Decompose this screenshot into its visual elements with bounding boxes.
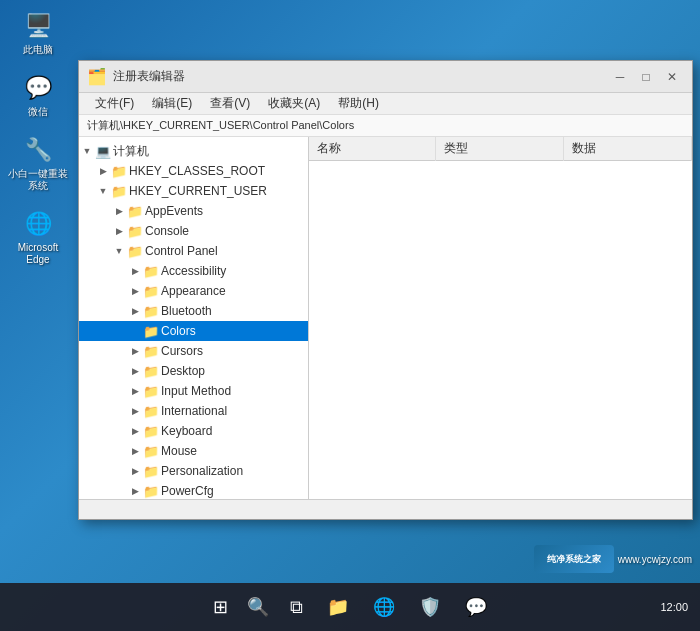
col-name[interactable]: 名称 xyxy=(309,137,435,161)
registry-table: 名称 类型 数据 xyxy=(309,137,692,161)
tree-accessibility[interactable]: ▶ 📁 Accessibility xyxy=(79,261,308,281)
edge-icon: 🌐 xyxy=(22,208,54,240)
tree-inputmethod-label: Input Method xyxy=(161,384,231,398)
col-type[interactable]: 类型 xyxy=(435,137,563,161)
expand-icon: ▶ xyxy=(127,481,143,499)
desktop: 🖥️ 此电脑 💬 微信 🔧 小白一键重装系统 🌐 Microsoft Edge … xyxy=(0,0,700,631)
tree-desktop-label: Desktop xyxy=(161,364,205,378)
col-data[interactable]: 数据 xyxy=(563,137,691,161)
tree-colors-label: Colors xyxy=(161,324,196,338)
tree-hkcu-label: HKEY_CURRENT_USER xyxy=(129,184,267,198)
folder-icon-appearance: 📁 xyxy=(143,283,159,299)
maximize-button[interactable]: □ xyxy=(634,67,658,87)
expand-icon: ▶ xyxy=(111,201,127,221)
tree-root[interactable]: ▼ 💻 计算机 xyxy=(79,141,308,161)
tree-hkcr[interactable]: ▶ 📁 HKEY_CLASSES_ROOT xyxy=(79,161,308,181)
edge-icon-label: Microsoft Edge xyxy=(8,242,68,266)
tree-hkcu[interactable]: ▼ 📁 HKEY_CURRENT_USER xyxy=(79,181,308,201)
values-panel[interactable]: 名称 类型 数据 xyxy=(309,137,692,499)
tree-cursors[interactable]: ▶ 📁 Cursors xyxy=(79,341,308,361)
expand-icon: ▶ xyxy=(127,281,143,301)
regedit-app-icon: 🗂️ xyxy=(87,67,107,86)
title-bar-controls: ─ □ ✕ xyxy=(608,67,684,87)
taskbar-edge[interactable]: 🌐 xyxy=(364,589,404,625)
tree-appearance[interactable]: ▶ 📁 Appearance xyxy=(79,281,308,301)
tree-panel[interactable]: ▼ 💻 计算机 ▶ 📁 HKEY_CLASSES_ROOT ▼ 📁 HKEY_C… xyxy=(79,137,309,499)
folder-icon-powercfg: 📁 xyxy=(143,483,159,499)
address-bar-text: 计算机\HKEY_CURRENT_USER\Control Panel\Colo… xyxy=(87,118,354,133)
tree-personalization-label: Personalization xyxy=(161,464,243,478)
folder-icon-appevents: 📁 xyxy=(127,203,143,219)
tree-powercfg[interactable]: ▶ 📁 PowerCfg xyxy=(79,481,308,499)
expand-icon: ▶ xyxy=(127,421,143,441)
taskbar-security[interactable]: 🛡️ xyxy=(410,589,450,625)
folder-icon-controlpanel: 📁 xyxy=(127,243,143,259)
desktop-icon-reinstall[interactable]: 🔧 小白一键重装系统 xyxy=(8,134,68,192)
folder-icon-bluetooth: 📁 xyxy=(143,303,159,319)
menu-file[interactable]: 文件(F) xyxy=(87,93,142,114)
tree-keyboard-label: Keyboard xyxy=(161,424,212,438)
tree-desktop[interactable]: ▶ 📁 Desktop xyxy=(79,361,308,381)
watermark-url: www.ycwjzy.com xyxy=(618,554,692,565)
task-view-button[interactable]: ⧉ xyxy=(280,591,312,623)
search-button[interactable]: 🔍 xyxy=(242,591,274,623)
menu-help[interactable]: 帮助(H) xyxy=(330,93,387,114)
folder-icon-hkcr: 📁 xyxy=(111,163,127,179)
expand-icon: ▶ xyxy=(127,261,143,281)
tree-colors[interactable]: 📁 Colors xyxy=(79,321,308,341)
expand-icon: ▶ xyxy=(127,341,143,361)
close-button[interactable]: ✕ xyxy=(660,67,684,87)
tray-time: 12:00 xyxy=(660,601,688,613)
system-tray: 12:00 xyxy=(660,601,688,613)
expand-icon: ▼ xyxy=(95,181,111,201)
folder-icon-international: 📁 xyxy=(143,403,159,419)
expand-icon: ▶ xyxy=(127,461,143,481)
desktop-icon-computer[interactable]: 🖥️ 此电脑 xyxy=(8,10,68,56)
title-bar-left: 🗂️ 注册表编辑器 xyxy=(87,67,185,86)
tree-mouse-label: Mouse xyxy=(161,444,197,458)
wechat-icon: 💬 xyxy=(22,72,54,104)
computer-tree-icon: 💻 xyxy=(95,143,111,159)
taskbar-wechat[interactable]: 💬 xyxy=(456,589,496,625)
taskbar-center: ⊞ 🔍 ⧉ 📁 🌐 🛡️ 💬 xyxy=(204,589,496,625)
expand-icon: ▶ xyxy=(127,381,143,401)
address-bar[interactable]: 计算机\HKEY_CURRENT_USER\Control Panel\Colo… xyxy=(79,115,692,137)
menu-favorites[interactable]: 收藏夹(A) xyxy=(260,93,328,114)
status-bar xyxy=(79,499,692,519)
search-icon: 🔍 xyxy=(247,596,269,618)
tree-bluetooth[interactable]: ▶ 📁 Bluetooth xyxy=(79,301,308,321)
start-icon: ⊞ xyxy=(213,596,228,618)
tree-international[interactable]: ▶ 📁 International xyxy=(79,401,308,421)
wechat-taskbar-icon: 💬 xyxy=(465,596,487,618)
tree-mouse[interactable]: ▶ 📁 Mouse xyxy=(79,441,308,461)
start-button[interactable]: ⊞ xyxy=(204,591,236,623)
desktop-icon-edge[interactable]: 🌐 Microsoft Edge xyxy=(8,208,68,266)
tree-keyboard[interactable]: ▶ 📁 Keyboard xyxy=(79,421,308,441)
computer-icon: 🖥️ xyxy=(22,10,54,42)
expand-icon: ▶ xyxy=(111,221,127,241)
watermark: 纯净系统之家 www.ycwjzy.com xyxy=(534,545,692,573)
reinstall-icon: 🔧 xyxy=(22,134,54,166)
desktop-icon-wechat[interactable]: 💬 微信 xyxy=(8,72,68,118)
tree-appevents-label: AppEvents xyxy=(145,204,203,218)
main-content: ▼ 💻 计算机 ▶ 📁 HKEY_CLASSES_ROOT ▼ 📁 HKEY_C… xyxy=(79,137,692,499)
regedit-window: 🗂️ 注册表编辑器 ─ □ ✕ 文件(F) 编辑(E) 查看(V) 收藏夹(A)… xyxy=(78,60,693,520)
folder-icon-mouse: 📁 xyxy=(143,443,159,459)
edge-taskbar-icon: 🌐 xyxy=(373,596,395,618)
tree-personalization[interactable]: ▶ 📁 Personalization xyxy=(79,461,308,481)
folder-icon-accessibility: 📁 xyxy=(143,263,159,279)
tree-console[interactable]: ▶ 📁 Console xyxy=(79,221,308,241)
menu-edit[interactable]: 编辑(E) xyxy=(144,93,200,114)
tree-controlpanel[interactable]: ▼ 📁 Control Panel xyxy=(79,241,308,261)
taskbar-explorer[interactable]: 📁 xyxy=(318,589,358,625)
tree-inputmethod[interactable]: ▶ 📁 Input Method xyxy=(79,381,308,401)
tree-powercfg-label: PowerCfg xyxy=(161,484,214,498)
minimize-button[interactable]: ─ xyxy=(608,67,632,87)
folder-icon-desktop: 📁 xyxy=(143,363,159,379)
tree-appevents[interactable]: ▶ 📁 AppEvents xyxy=(79,201,308,221)
menu-view[interactable]: 查看(V) xyxy=(202,93,258,114)
folder-icon-personalization: 📁 xyxy=(143,463,159,479)
watermark-logo: 纯净系统之家 xyxy=(534,545,614,573)
security-icon: 🛡️ xyxy=(419,596,441,618)
expand-icon xyxy=(127,321,143,341)
